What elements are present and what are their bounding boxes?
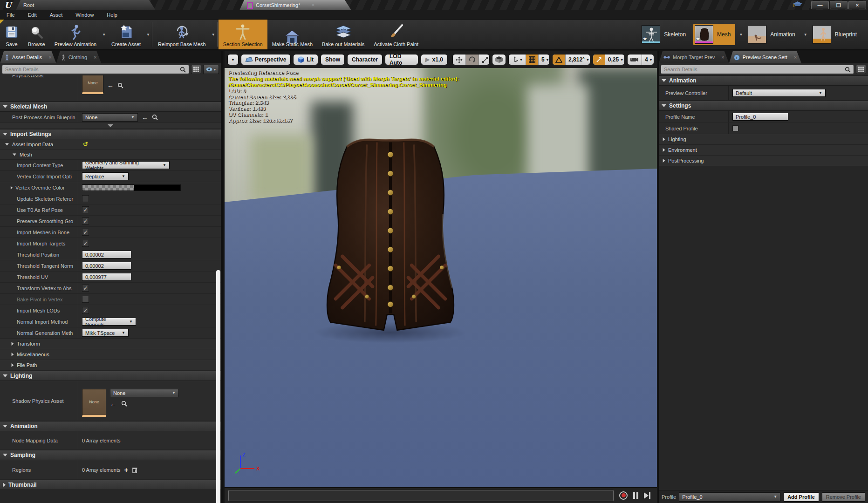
minimize-button[interactable]: — bbox=[811, 1, 829, 9]
close-icon[interactable]: × bbox=[794, 54, 797, 60]
section-import-settings[interactable]: Import Settings bbox=[0, 129, 221, 139]
import-meshes-bone-checkbox[interactable]: ✓ bbox=[82, 229, 89, 236]
pause-button[interactable] bbox=[633, 492, 638, 499]
use-selected-icon[interactable]: ← bbox=[110, 401, 116, 407]
transform-collapsed-row[interactable]: Transform bbox=[0, 339, 221, 349]
save-button[interactable]: Save bbox=[0, 20, 23, 49]
viewport-options-button[interactable]: ▼ bbox=[227, 54, 239, 65]
tab-clothing[interactable]: Clothing × bbox=[56, 51, 102, 63]
scale-snap-toggle[interactable] bbox=[593, 54, 605, 65]
mode-skeleton-button[interactable]: ★ Skeleton bbox=[640, 24, 690, 45]
import-content-type-dropdown[interactable]: Geometry and Skinning Weights.▼ bbox=[82, 161, 170, 169]
show-button[interactable]: Show bbox=[321, 54, 345, 65]
normal-generation-dropdown[interactable]: Mikk TSpace▼ bbox=[82, 329, 129, 337]
tutorial-cap-icon[interactable] bbox=[793, 0, 803, 9]
trash-icon[interactable] bbox=[132, 467, 137, 473]
transform-vertex-checkbox[interactable]: ✓ bbox=[82, 285, 89, 292]
browse-button[interactable]: Browse bbox=[23, 20, 50, 49]
threshold-uv-field[interactable]: 0,000977 bbox=[82, 273, 131, 281]
preview-animation-button[interactable]: Preview Animation bbox=[50, 20, 102, 49]
rotate-tool-button[interactable] bbox=[465, 54, 478, 65]
snap-widget-button[interactable]: ▼ bbox=[509, 54, 526, 65]
search-input[interactable] bbox=[5, 67, 180, 72]
character-button[interactable]: Character bbox=[347, 54, 383, 65]
browse-to-icon[interactable] bbox=[117, 82, 123, 88]
chevron-down-icon[interactable]: ▼ bbox=[146, 33, 150, 37]
normal-import-method-dropdown[interactable]: Compute Normals▼ bbox=[82, 318, 136, 326]
mesh-subsection-row[interactable]: Mesh bbox=[0, 150, 221, 160]
update-skeleton-checkbox[interactable] bbox=[82, 195, 89, 202]
profile-dropdown[interactable]: Profile_0▼ bbox=[679, 492, 780, 502]
shadow-physics-thumbnail[interactable]: None bbox=[82, 389, 106, 417]
activate-cloth-paint-button[interactable]: Activate Cloth Paint bbox=[369, 20, 423, 49]
section-skeletal-mesh[interactable]: Skeletal Mesh bbox=[0, 102, 221, 112]
menu-help[interactable]: Help bbox=[100, 12, 124, 18]
add-profile-button[interactable]: Add Profile bbox=[783, 492, 819, 502]
reset-to-default-icon[interactable]: ↺ bbox=[83, 141, 88, 148]
grid-snap-toggle[interactable] bbox=[526, 54, 538, 65]
mode-blueprint-button[interactable]: Blueprint bbox=[811, 24, 861, 45]
record-button[interactable] bbox=[619, 491, 628, 500]
vertex-override-color-swatch[interactable] bbox=[82, 184, 134, 191]
doc-tab-root[interactable]: Root bbox=[16, 0, 156, 10]
step-forward-button[interactable] bbox=[644, 492, 650, 499]
postprocessing-collapsed-row[interactable]: PostProcessing bbox=[659, 156, 868, 166]
menu-file[interactable]: File bbox=[0, 12, 21, 18]
section-thumbnail[interactable]: Thumbnail bbox=[0, 480, 221, 490]
playback-speed-button[interactable]: ▶ x1,0 bbox=[421, 54, 448, 65]
scale-snap-value[interactable]: 0,25▼ bbox=[605, 54, 625, 65]
search-details-box[interactable] bbox=[661, 65, 854, 74]
chevron-down-icon[interactable]: ▼ bbox=[102, 33, 106, 37]
tab-preview-scene-settings[interactable]: i Preview Scene Sett × bbox=[729, 51, 801, 63]
make-static-mesh-button[interactable]: Make Static Mesh bbox=[267, 20, 317, 49]
menu-edit[interactable]: Edit bbox=[21, 12, 43, 18]
threshold-tangent-field[interactable]: 0,00002 bbox=[82, 262, 131, 270]
angle-snap-toggle[interactable] bbox=[553, 54, 565, 65]
tab-morph-target-preview[interactable]: Morph Target Prev × bbox=[659, 51, 729, 63]
grid-view-button[interactable] bbox=[856, 65, 866, 74]
shared-profile-checkbox[interactable] bbox=[732, 125, 738, 131]
section-animation[interactable]: Animation bbox=[0, 421, 221, 431]
camera-speed-button[interactable] bbox=[628, 54, 642, 65]
viewport[interactable]: ▼ Perspective Lit Show Character LOD Aut… bbox=[225, 51, 657, 503]
import-mesh-lods-checkbox[interactable]: ✓ bbox=[82, 307, 89, 314]
close-tab-icon[interactable]: × bbox=[311, 2, 314, 8]
use-selected-icon[interactable]: ← bbox=[142, 114, 148, 121]
chevron-down-icon[interactable]: ▼ bbox=[804, 33, 807, 37]
scrollbar[interactable] bbox=[216, 270, 220, 503]
preview-controller-dropdown[interactable]: Default▼ bbox=[732, 89, 826, 97]
camera-speed-value[interactable]: 4▼ bbox=[642, 54, 654, 65]
create-asset-button[interactable]: Create Asset bbox=[107, 20, 145, 49]
vertex-color-import-dropdown[interactable]: Replace▼ bbox=[82, 172, 129, 180]
translate-tool-button[interactable] bbox=[453, 54, 465, 65]
chevron-down-icon[interactable]: ▼ bbox=[739, 33, 743, 37]
preserve-smoothing-checkbox[interactable]: ✓ bbox=[82, 218, 89, 224]
tab-asset-details[interactable]: Asset Details × bbox=[0, 51, 56, 63]
section-settings[interactable]: Settings bbox=[659, 101, 868, 111]
post-process-dropdown[interactable]: None▼ bbox=[82, 113, 138, 122]
perspective-button[interactable]: Perspective bbox=[241, 54, 291, 65]
lit-button[interactable]: Lit bbox=[293, 54, 318, 65]
environment-collapsed-row[interactable]: Environment bbox=[659, 145, 868, 156]
angle-snap-value[interactable]: 2,812°▼ bbox=[565, 54, 590, 65]
lod-auto-button[interactable]: LOD Auto bbox=[385, 54, 418, 65]
section-selection-button[interactable]: Section Selection bbox=[219, 20, 267, 49]
viewport-scene[interactable]: Previewing Reference Pose The following … bbox=[225, 68, 657, 487]
remove-profile-button[interactable]: Remove Profile bbox=[822, 492, 865, 502]
section-animation[interactable]: Animation bbox=[659, 75, 868, 86]
profile-name-field[interactable]: Profile_0 bbox=[732, 113, 788, 121]
search-input[interactable] bbox=[664, 67, 845, 72]
add-element-icon[interactable]: + bbox=[124, 466, 129, 474]
menu-asset[interactable]: Asset bbox=[43, 12, 69, 18]
scale-tool-button[interactable] bbox=[478, 54, 490, 65]
menu-window[interactable]: Window bbox=[69, 12, 100, 18]
use-t0-checkbox[interactable]: ✓ bbox=[82, 206, 89, 213]
grid-view-button[interactable] bbox=[191, 65, 201, 74]
corset-mesh[interactable] bbox=[307, 132, 474, 333]
view-options-button[interactable]: ▼ bbox=[203, 65, 219, 74]
vertex-override-color-black[interactable] bbox=[134, 184, 181, 191]
search-details-box[interactable] bbox=[2, 65, 189, 74]
grid-snap-value[interactable]: 5▼ bbox=[538, 54, 550, 65]
mode-animation-button[interactable]: Animation bbox=[746, 24, 800, 45]
reimport-base-mesh-button[interactable]: Reimport Base Mesh bbox=[153, 20, 211, 49]
